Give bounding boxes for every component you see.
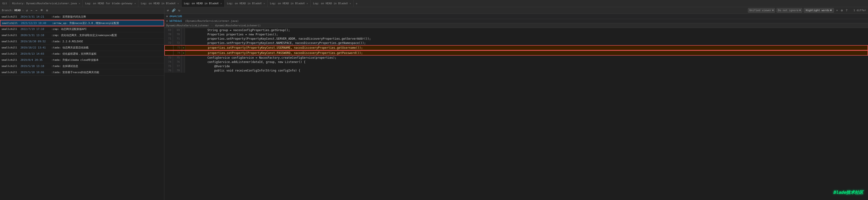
diff-gutter-added: + xyxy=(182,51,185,55)
settings-button[interactable]: ⚙ xyxy=(45,8,49,12)
tab-log5-close[interactable]: ✕ xyxy=(307,2,308,5)
tab-add-button[interactable]: + xyxy=(354,2,360,5)
diff-gutter xyxy=(182,64,185,69)
tab-log5[interactable]: Log: on HEAD in BladeX ✕ xyxy=(268,0,311,7)
diff-line: 74 76 configService.addListener(dataId, … xyxy=(164,60,868,64)
breadcrumb-class: DynamicRouteServiceListener xyxy=(166,24,209,27)
tab-history-close[interactable]: ✕ xyxy=(79,2,80,5)
commit-hash-a-value: d4a4c1d6 xyxy=(169,15,182,18)
forward-button[interactable]: → xyxy=(35,8,38,12)
commit-author: smallchill xyxy=(1,40,21,43)
diff-line: 70 70 Properties properties = new Proper… xyxy=(164,32,868,37)
tab-log2[interactable]: Log: on HEAD in BladeX ✕ xyxy=(138,0,182,7)
tab-log6-close[interactable]: ✕ xyxy=(350,2,351,5)
commit-row[interactable]: smallchill 2019/10/30 09:52 :tada: 2.2.0… xyxy=(0,38,164,45)
tab-log1-close[interactable]: ✕ xyxy=(134,2,136,5)
commit-row[interactable]: smallchill 2022/7/19 17:10 :zap: 动态网关适配新… xyxy=(0,26,164,32)
line-nums: 70 70 xyxy=(164,32,182,37)
commit-row[interactable]: smallchill 2019/8/4 20:35 :tada: 升级aliba… xyxy=(0,57,164,63)
commit-msg: :tada: 去掉调试信息 xyxy=(52,65,163,68)
line-content: String group = nacosConfigProperties.get… xyxy=(185,28,868,32)
line-num-a xyxy=(165,46,174,50)
commit-info-a: ⊕ d4a4c1d6 xyxy=(164,14,868,19)
commit-date: 2019/10/22 13:41 xyxy=(21,46,52,49)
eye-button[interactable]: 👁 xyxy=(39,8,44,12)
tab-log1[interactable]: Log: on HEAD for blade-gateway ✕ xyxy=(83,0,138,7)
commit-hash-b-label: ⊖ xyxy=(166,19,169,23)
commit-msg: :tada: 安排基于nacos的动态网关功能 xyxy=(52,71,163,74)
line-num-b: 78 xyxy=(173,69,182,73)
commit-row-selected[interactable]: smallchill 2023/12/23 10:40 :arrow_up: 升… xyxy=(0,20,164,26)
tab-log3[interactable]: Log: on HEAD in BladeX ✕ xyxy=(182,0,225,7)
commit-date: 2022/7/19 17:10 xyxy=(21,28,52,31)
line-content: properties.setProperty(PropertyKeyConst.… xyxy=(185,37,868,41)
commit-row[interactable]: smallchill 2019/10/22 13:41 :tada: 动态网关设… xyxy=(0,45,164,51)
commit-row[interactable]: smallchill 2020/3/31 13:10 :zap: 优化动态网关，… xyxy=(0,32,164,38)
line-num-a: 70 xyxy=(164,32,173,37)
tab-history-label: History: DynamicRouteServiceListener.jav… xyxy=(12,2,77,5)
commit-b-filename: (DynamicRouteServiceListener.java) xyxy=(185,19,239,23)
diff-help-icon[interactable]: ? xyxy=(845,8,848,12)
tab-log6[interactable]: Log: on HEAD in BladeX ✕ xyxy=(311,0,354,7)
line-content: Properties properties = new Properties()… xyxy=(185,32,868,37)
diff-gutter xyxy=(182,60,185,64)
commit-row[interactable]: smallchill 2019/5/18 10:06 :tada: 安排基于na… xyxy=(0,69,164,76)
commit-list: smallchill 2024/3/31 14:21 :tada: 采用新版代码… xyxy=(0,14,164,200)
tab-log2-close[interactable]: ✕ xyxy=(178,2,179,5)
tab-git[interactable]: Git xyxy=(0,0,10,7)
line-content: properties.setProperty(PropertyKeyConst.… xyxy=(185,41,868,45)
unified-viewer-button[interactable]: Unified viewer ▼ xyxy=(748,8,775,12)
breadcrumb-sep: › xyxy=(211,24,214,27)
line-content: properties.setProperty(PropertyKeyConst.… xyxy=(185,51,868,55)
diff-settings-icon[interactable]: ⚙ xyxy=(840,8,843,12)
commit-author: smallchill xyxy=(1,28,21,31)
commit-author: smallchill xyxy=(1,15,21,18)
commit-row[interactable]: smallchill 2019/8/13 14:03 :tada: 优化鉴权逻辑… xyxy=(0,51,164,57)
refresh-button[interactable]: ↺ xyxy=(25,8,29,12)
commit-msg: :zap: 优化动态网关，支持读取自定义namespace配置 xyxy=(52,34,163,37)
do-not-ignore-label: Do not ignore xyxy=(778,9,799,12)
tab-log4[interactable]: Log: on HEAD in BladeX ✕ xyxy=(225,0,268,7)
highlight-words-label: Highlight words xyxy=(806,9,829,12)
highlight-words-button[interactable]: Highlight words ▼ xyxy=(804,8,834,12)
line-num-a: 74 xyxy=(164,60,173,64)
line-num-a xyxy=(165,51,174,55)
commit-author: smallchill xyxy=(1,34,21,37)
diff-arrow-icon: ⇄ xyxy=(166,8,169,12)
unified-viewer-label: Unified viewer xyxy=(749,9,772,12)
breadcrumb-method: dynamicRouteServiceListener() xyxy=(215,24,261,27)
highlight-close-icon[interactable]: ✕ xyxy=(835,8,839,12)
tab-log4-close[interactable]: ✕ xyxy=(264,2,265,5)
code-diff[interactable]: 69 69 String group = nacosConfigProperti… xyxy=(164,28,868,200)
tab-log3-close[interactable]: ✕ xyxy=(221,2,222,5)
tab-history[interactable]: History: DynamicRouteServiceListener.jav… xyxy=(10,0,83,7)
back-button[interactable]: ← xyxy=(30,8,33,12)
line-num-b: 72 xyxy=(173,41,182,45)
diff-gutter xyxy=(182,37,185,41)
main-layout: Branch: HEAD ✕ ↺ ← → 👁 ⚙ smallchill 2024… xyxy=(0,7,868,200)
line-nums: 74 76 xyxy=(164,60,182,64)
right-panel: ⇄ 🔗 ↻ Unified viewer ▼ Do not ignore ▼ H… xyxy=(164,7,868,200)
unified-viewer-dropdown-icon: ▼ xyxy=(772,9,774,12)
line-num-a: 76 xyxy=(164,69,173,73)
diff-link-icon[interactable]: 🔗 xyxy=(171,8,176,12)
line-num-b: 76 xyxy=(173,60,182,64)
commit-row[interactable]: smallchill 2019/5/18 13:18 :tada: 去掉调试信息 xyxy=(0,63,164,69)
line-nums: 76 78 xyxy=(164,69,182,73)
commit-date: 2019/8/13 14:03 xyxy=(21,52,52,55)
commit-msg: :tada: 优化鉴权逻辑，支持网关鉴权 xyxy=(52,52,163,55)
line-num-a: 72 xyxy=(164,41,173,45)
ignore-dropdown-icon: ▼ xyxy=(799,9,801,12)
tab-git-label: Git xyxy=(2,2,7,5)
line-nums: 75 77 xyxy=(164,64,182,69)
diff-line: 72 72 properties.setProperty(PropertyKey… xyxy=(164,41,868,45)
diff-gutter xyxy=(182,55,185,60)
do-not-ignore-button[interactable]: Do not ignore ▼ xyxy=(777,8,802,12)
commit-hash-a-label: ⊕ xyxy=(166,15,169,18)
tab-log2-label: Log: on HEAD in BladeX xyxy=(141,2,176,5)
diff-line: 76 78 public void receiveConfigInfo(Stri… xyxy=(164,69,868,73)
commit-date: 2019/8/4 20:35 xyxy=(21,58,52,62)
diff-cycle-icon[interactable]: ↻ xyxy=(178,8,181,12)
commit-row[interactable]: smallchill 2024/3/31 14:21 :tada: 采用新版代码… xyxy=(0,14,164,20)
line-num-a: 75 xyxy=(164,64,173,69)
